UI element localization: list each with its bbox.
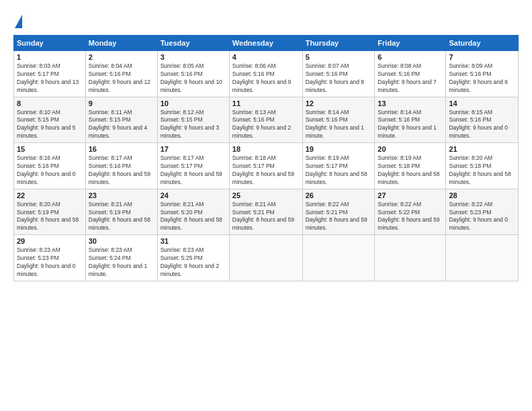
day-cell-11: 11Sunrise: 8:13 AMSunset: 5:16 PMDayligh… [229,97,302,143]
day-number: 5 [306,53,372,61]
week-row-4: 22Sunrise: 8:20 AMSunset: 5:19 PMDayligh… [14,189,519,235]
week-row-5: 29Sunrise: 8:23 AMSunset: 5:23 PMDayligh… [14,235,519,281]
day-cell-28: 28Sunrise: 8:22 AMSunset: 5:23 PMDayligh… [446,189,519,235]
day-number: 1 [17,53,83,61]
day-cell-29: 29Sunrise: 8:23 AMSunset: 5:23 PMDayligh… [14,235,86,281]
day-info: Sunrise: 8:03 AMSunset: 5:17 PMDaylight:… [17,62,83,95]
day-cell-3: 3Sunrise: 8:05 AMSunset: 5:16 PMDaylight… [157,51,229,97]
day-number: 12 [306,99,372,107]
day-number: 26 [306,191,372,199]
day-header-monday: Monday [85,36,157,51]
day-cell-10: 10Sunrise: 8:12 AMSunset: 5:15 PMDayligh… [157,97,229,143]
day-cell-23: 23Sunrise: 8:21 AMSunset: 5:19 PMDayligh… [85,189,157,235]
empty-cell [302,235,375,281]
day-info: Sunrise: 8:19 AMSunset: 5:17 PMDaylight:… [306,154,372,187]
day-number: 8 [17,99,83,107]
day-info: Sunrise: 8:08 AMSunset: 5:16 PMDaylight:… [378,62,443,95]
day-number: 4 [232,53,300,61]
day-number: 7 [449,53,515,61]
day-info: Sunrise: 8:17 AMSunset: 5:16 PMDaylight:… [89,154,154,187]
day-header-wednesday: Wednesday [229,36,302,51]
day-info: Sunrise: 8:23 AMSunset: 5:24 PMDaylight:… [89,246,154,279]
day-cell-20: 20Sunrise: 8:19 AMSunset: 5:18 PMDayligh… [375,143,446,189]
logo-triangle [15,15,22,28]
day-number: 17 [161,145,226,153]
day-info: Sunrise: 8:21 AMSunset: 5:21 PMDaylight:… [232,201,300,233]
calendar-table: SundayMondayTuesdayWednesdayThursdayFrid… [13,35,519,281]
day-cell-17: 17Sunrise: 8:17 AMSunset: 5:17 PMDayligh… [157,143,229,189]
day-info: Sunrise: 8:22 AMSunset: 5:22 PMDaylight:… [378,201,443,233]
day-number: 9 [89,99,154,107]
day-info: Sunrise: 8:13 AMSunset: 5:16 PMDaylight:… [232,109,300,141]
day-info: Sunrise: 8:18 AMSunset: 5:17 PMDaylight:… [232,154,300,187]
day-number: 14 [449,99,515,107]
day-cell-22: 22Sunrise: 8:20 AMSunset: 5:19 PMDayligh… [14,189,86,235]
day-info: Sunrise: 8:09 AMSunset: 5:16 PMDaylight:… [449,62,515,95]
week-row-2: 8Sunrise: 8:10 AMSunset: 5:15 PMDaylight… [14,97,519,143]
day-header-tuesday: Tuesday [157,36,229,51]
day-info: Sunrise: 8:21 AMSunset: 5:20 PMDaylight:… [161,201,226,233]
day-number: 23 [89,191,154,199]
day-cell-12: 12Sunrise: 8:14 AMSunset: 5:16 PMDayligh… [302,97,375,143]
day-cell-21: 21Sunrise: 8:20 AMSunset: 5:18 PMDayligh… [446,143,519,189]
day-number: 6 [378,53,443,61]
day-cell-5: 5Sunrise: 8:07 AMSunset: 5:16 PMDaylight… [302,51,375,97]
day-cell-8: 8Sunrise: 8:10 AMSunset: 5:15 PMDaylight… [14,97,86,143]
day-header-sunday: Sunday [14,36,86,51]
day-info: Sunrise: 8:16 AMSunset: 5:16 PMDaylight:… [17,154,83,187]
day-cell-7: 7Sunrise: 8:09 AMSunset: 5:16 PMDaylight… [446,51,519,97]
day-cell-14: 14Sunrise: 8:15 AMSunset: 5:16 PMDayligh… [446,97,519,143]
day-number: 11 [232,99,300,107]
day-info: Sunrise: 8:07 AMSunset: 5:16 PMDaylight:… [306,62,372,95]
day-info: Sunrise: 8:20 AMSunset: 5:18 PMDaylight:… [449,154,515,187]
day-info: Sunrise: 8:04 AMSunset: 5:16 PMDaylight:… [89,62,154,95]
day-number: 31 [161,237,226,245]
day-number: 27 [378,191,443,199]
day-cell-4: 4Sunrise: 8:06 AMSunset: 5:16 PMDaylight… [229,51,302,97]
day-cell-15: 15Sunrise: 8:16 AMSunset: 5:16 PMDayligh… [14,143,86,189]
day-number: 22 [17,191,83,199]
day-info: Sunrise: 8:23 AMSunset: 5:23 PMDaylight:… [17,246,83,279]
day-number: 18 [232,145,300,153]
day-cell-2: 2Sunrise: 8:04 AMSunset: 5:16 PMDaylight… [85,51,157,97]
calendar-header-row: SundayMondayTuesdayWednesdayThursdayFrid… [14,36,519,51]
day-header-thursday: Thursday [302,36,375,51]
day-number: 29 [17,237,83,245]
day-info: Sunrise: 8:19 AMSunset: 5:18 PMDaylight:… [378,154,443,187]
day-info: Sunrise: 8:22 AMSunset: 5:21 PMDaylight:… [306,201,372,233]
day-info: Sunrise: 8:05 AMSunset: 5:16 PMDaylight:… [161,62,226,95]
day-cell-24: 24Sunrise: 8:21 AMSunset: 5:20 PMDayligh… [157,189,229,235]
day-info: Sunrise: 8:14 AMSunset: 5:16 PMDaylight:… [378,109,443,141]
day-cell-6: 6Sunrise: 8:08 AMSunset: 5:16 PMDaylight… [375,51,446,97]
day-number: 30 [89,237,154,245]
day-info: Sunrise: 8:17 AMSunset: 5:17 PMDaylight:… [161,154,226,187]
day-cell-18: 18Sunrise: 8:18 AMSunset: 5:17 PMDayligh… [229,143,302,189]
day-info: Sunrise: 8:11 AMSunset: 5:15 PMDaylight:… [89,109,154,141]
day-info: Sunrise: 8:23 AMSunset: 5:25 PMDaylight:… [161,246,226,279]
week-row-1: 1Sunrise: 8:03 AMSunset: 5:17 PMDaylight… [14,51,519,97]
day-number: 20 [378,145,443,153]
day-info: Sunrise: 8:15 AMSunset: 5:16 PMDaylight:… [449,109,515,141]
week-row-3: 15Sunrise: 8:16 AMSunset: 5:16 PMDayligh… [14,143,519,189]
day-number: 28 [449,191,515,199]
empty-cell [229,235,302,281]
day-number: 16 [89,145,154,153]
day-number: 24 [161,191,226,199]
day-info: Sunrise: 8:06 AMSunset: 5:16 PMDaylight:… [232,62,300,95]
day-cell-25: 25Sunrise: 8:21 AMSunset: 5:21 PMDayligh… [229,189,302,235]
day-info: Sunrise: 8:21 AMSunset: 5:19 PMDaylight:… [89,201,154,233]
empty-cell [375,235,446,281]
day-number: 13 [378,99,443,107]
day-info: Sunrise: 8:10 AMSunset: 5:15 PMDaylight:… [17,109,83,141]
day-number: 3 [161,53,226,61]
day-info: Sunrise: 8:22 AMSunset: 5:23 PMDaylight:… [449,201,515,233]
day-info: Sunrise: 8:14 AMSunset: 5:16 PMDaylight:… [306,109,372,141]
day-cell-1: 1Sunrise: 8:03 AMSunset: 5:17 PMDaylight… [14,51,86,97]
day-cell-9: 9Sunrise: 8:11 AMSunset: 5:15 PMDaylight… [85,97,157,143]
day-number: 19 [306,145,372,153]
day-info: Sunrise: 8:12 AMSunset: 5:15 PMDaylight:… [161,109,226,141]
day-cell-13: 13Sunrise: 8:14 AMSunset: 5:16 PMDayligh… [375,97,446,143]
day-number: 15 [17,145,83,153]
day-cell-31: 31Sunrise: 8:23 AMSunset: 5:25 PMDayligh… [157,235,229,281]
empty-cell [446,235,519,281]
